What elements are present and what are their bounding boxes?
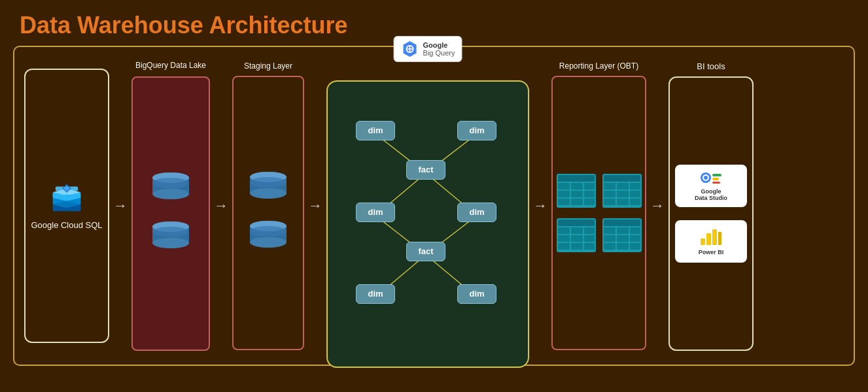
- svg-rect-82: [630, 235, 640, 242]
- svg-rect-85: [630, 243, 640, 250]
- svg-rect-69: [558, 235, 570, 242]
- svg-rect-83: [604, 243, 616, 250]
- svg-rect-95: [718, 232, 721, 245]
- svg-rect-56: [617, 183, 629, 189]
- dim-node-6: dim: [457, 284, 496, 304]
- svg-rect-91: [712, 182, 720, 184]
- svg-rect-65: [558, 220, 595, 226]
- bq-lake-box: [131, 76, 210, 351]
- bq-lake-label: BigQuery Data Lake: [135, 61, 206, 71]
- svg-rect-54: [604, 175, 640, 182]
- fact-node-2: fact: [406, 242, 445, 261]
- svg-rect-80: [604, 235, 616, 242]
- svg-point-23: [250, 177, 286, 188]
- svg-rect-77: [604, 227, 616, 234]
- svg-rect-66: [558, 227, 570, 234]
- report-table-icon-3: [557, 218, 596, 252]
- reporting-section: Reporting Layer (OBT): [551, 61, 646, 350]
- dim-node-2: dim: [457, 121, 496, 140]
- bq-hex-icon: [401, 40, 419, 58]
- star-schema-box: dim dim fact dim dim fact dim dim: [326, 80, 529, 368]
- staging-db-icon-1: [247, 171, 290, 206]
- svg-rect-78: [617, 227, 629, 234]
- db-icon-2: [150, 220, 192, 256]
- svg-rect-57: [630, 183, 640, 189]
- google-data-studio-icon: [699, 170, 723, 186]
- reporting-label: Reporting Layer (OBT): [559, 61, 638, 71]
- svg-point-18: [152, 227, 189, 237]
- svg-point-28: [250, 226, 286, 237]
- svg-rect-55: [604, 183, 616, 189]
- svg-rect-47: [558, 191, 570, 197]
- svg-rect-59: [617, 191, 629, 197]
- dim-node-3: dim: [356, 203, 395, 222]
- svg-rect-60: [630, 191, 640, 197]
- svg-rect-93: [706, 233, 711, 245]
- arrow-1: →: [113, 197, 128, 214]
- db-icon-1: [150, 171, 192, 207]
- svg-rect-63: [630, 199, 640, 205]
- report-table-icon-2: [602, 174, 642, 208]
- svg-point-16: [152, 238, 189, 248]
- svg-rect-45: [571, 183, 583, 189]
- svg-rect-67: [571, 227, 583, 234]
- svg-rect-84: [617, 243, 629, 250]
- svg-point-21: [250, 188, 286, 199]
- svg-point-11: [152, 189, 189, 199]
- star-schema-inner: dim dim fact dim dim fact dim dim: [336, 101, 519, 350]
- svg-rect-74: [584, 243, 595, 250]
- svg-rect-90: [712, 178, 719, 180]
- svg-rect-62: [617, 199, 629, 205]
- staging-box: [232, 76, 304, 350]
- svg-rect-51: [571, 199, 583, 205]
- dim-node-4: dim: [457, 203, 496, 222]
- svg-rect-71: [584, 235, 595, 242]
- staging-db-icon-2: [247, 220, 290, 255]
- star-schema-section: Google Big Query dim: [326, 80, 529, 368]
- bi-tools-section: BI tools GoogleData Studio: [668, 61, 754, 351]
- reporting-tables-row-2: [557, 218, 642, 252]
- svg-rect-92: [701, 238, 705, 245]
- svg-rect-48: [571, 191, 583, 197]
- data-source-section: Google Cloud SQL: [24, 69, 109, 343]
- fact-node-1: fact: [406, 160, 445, 180]
- reporting-box: [551, 76, 646, 350]
- power-bi-card: Power BI: [675, 220, 747, 263]
- svg-rect-70: [571, 235, 583, 242]
- arrow-4: →: [533, 197, 547, 214]
- svg-rect-89: [712, 174, 721, 176]
- google-data-studio-card: GoogleData Studio: [675, 165, 747, 207]
- bq-logo-line1: Google: [423, 41, 455, 49]
- main-container: Google Cloud SQL → BigQuery Data Lake: [13, 46, 855, 366]
- reporting-tables-row-1: [557, 174, 642, 208]
- svg-rect-79: [630, 227, 640, 234]
- svg-rect-49: [584, 191, 595, 197]
- arrow-5: →: [650, 197, 665, 214]
- gcp-sql-icon: [44, 181, 90, 220]
- svg-rect-58: [604, 191, 616, 197]
- powerbi-label: Power BI: [699, 249, 724, 255]
- svg-point-88: [704, 176, 708, 180]
- dim-node-1: dim: [356, 121, 395, 140]
- svg-rect-94: [712, 229, 717, 245]
- svg-rect-68: [584, 227, 595, 234]
- svg-point-26: [250, 237, 286, 248]
- svg-rect-72: [558, 243, 570, 250]
- svg-rect-44: [558, 183, 570, 189]
- svg-rect-50: [558, 199, 570, 205]
- svg-rect-61: [604, 199, 616, 205]
- arrow-3: →: [308, 197, 322, 214]
- report-table-icon-4: [602, 218, 642, 252]
- gds-label: GoogleData Studio: [695, 188, 727, 201]
- svg-rect-46: [584, 183, 595, 189]
- bi-tools-box: GoogleData Studio Power BI: [668, 76, 754, 351]
- bq-logo-line2: Big Query: [423, 49, 455, 57]
- svg-rect-73: [571, 243, 583, 250]
- svg-rect-43: [558, 175, 595, 182]
- report-table-icon-1: [557, 174, 596, 208]
- svg-rect-81: [617, 235, 629, 242]
- bi-tools-label: BI tools: [697, 61, 725, 71]
- staging-label: Staging Layer: [244, 61, 292, 71]
- bq-lake-section: BigQuery Data Lake: [131, 61, 210, 351]
- power-bi-icon: [699, 227, 723, 246]
